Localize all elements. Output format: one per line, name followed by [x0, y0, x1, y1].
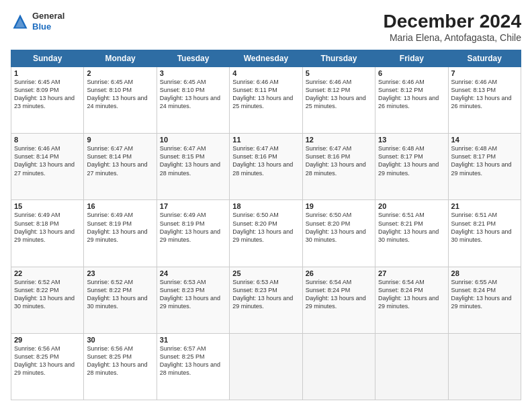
day-number: 1 — [14, 69, 81, 77]
calendar-cell: 19Sunrise: 6:50 AMSunset: 8:20 PMDayligh… — [302, 200, 375, 267]
day-info: Sunrise: 6:49 AMSunset: 8:19 PMDaylight:… — [87, 211, 153, 244]
calendar-cell: 31Sunrise: 6:57 AMSunset: 8:25 PMDayligh… — [157, 333, 229, 400]
day-info: Sunrise: 6:54 AMSunset: 8:24 PMDaylight:… — [378, 278, 445, 311]
calendar-cell: 3Sunrise: 6:45 AMSunset: 8:10 PMDaylight… — [157, 67, 229, 134]
day-info: Sunrise: 6:48 AMSunset: 8:17 PMDaylight:… — [378, 144, 445, 177]
calendar-cell: 7Sunrise: 6:46 AMSunset: 8:13 PMDaylight… — [448, 67, 521, 134]
calendar-cell: 26Sunrise: 6:54 AMSunset: 8:24 PMDayligh… — [302, 267, 375, 333]
calendar-cell: 14Sunrise: 6:48 AMSunset: 8:17 PMDayligh… — [448, 134, 521, 200]
calendar-cell: 28Sunrise: 6:55 AMSunset: 8:24 PMDayligh… — [448, 267, 521, 333]
day-number: 9 — [87, 136, 153, 144]
day-info: Sunrise: 6:47 AMSunset: 8:16 PMDaylight:… — [232, 144, 299, 177]
day-info: Sunrise: 6:45 AMSunset: 8:09 PMDaylight:… — [14, 78, 81, 111]
weekday-header: Saturday — [448, 50, 521, 67]
day-number: 8 — [14, 136, 81, 144]
title-area: December 2024 Maria Elena, Antofagasta, … — [384, 11, 521, 43]
day-number: 3 — [160, 69, 226, 77]
day-number: 2 — [87, 69, 153, 77]
day-number: 16 — [87, 202, 153, 210]
weekday-header: Friday — [375, 50, 448, 67]
calendar-cell: 20Sunrise: 6:51 AMSunset: 8:21 PMDayligh… — [375, 200, 448, 267]
day-number: 14 — [451, 136, 518, 144]
day-info: Sunrise: 6:55 AMSunset: 8:24 PMDaylight:… — [451, 278, 518, 311]
day-info: Sunrise: 6:53 AMSunset: 8:23 PMDaylight:… — [232, 278, 299, 311]
day-number: 10 — [160, 136, 226, 144]
weekday-header: Monday — [84, 50, 157, 67]
weekday-header: Wednesday — [230, 50, 302, 67]
calendar-cell: 17Sunrise: 6:49 AMSunset: 8:19 PMDayligh… — [157, 200, 229, 267]
day-info: Sunrise: 6:48 AMSunset: 8:17 PMDaylight:… — [451, 144, 518, 177]
calendar-cell: 11Sunrise: 6:47 AMSunset: 8:16 PMDayligh… — [230, 134, 302, 200]
day-info: Sunrise: 6:51 AMSunset: 8:21 PMDaylight:… — [378, 211, 445, 244]
calendar-cell — [448, 333, 521, 400]
day-number: 15 — [14, 202, 81, 210]
day-info: Sunrise: 6:49 AMSunset: 8:18 PMDaylight:… — [14, 211, 81, 244]
day-number: 23 — [87, 269, 153, 277]
day-number: 29 — [14, 336, 81, 344]
day-number: 17 — [160, 202, 226, 210]
calendar-cell: 21Sunrise: 6:51 AMSunset: 8:21 PMDayligh… — [448, 200, 521, 267]
day-number: 19 — [306, 202, 372, 210]
day-info: Sunrise: 6:52 AMSunset: 8:22 PMDaylight:… — [87, 278, 153, 311]
day-info: Sunrise: 6:47 AMSunset: 8:16 PMDaylight:… — [306, 144, 372, 177]
day-number: 20 — [378, 202, 445, 210]
header: General Blue December 2024 Maria Elena, … — [11, 11, 521, 43]
logo-text: General Blue — [32, 11, 64, 32]
calendar-cell: 18Sunrise: 6:50 AMSunset: 8:20 PMDayligh… — [230, 200, 302, 267]
day-number: 26 — [306, 269, 372, 277]
calendar-cell: 16Sunrise: 6:49 AMSunset: 8:19 PMDayligh… — [84, 200, 157, 267]
day-info: Sunrise: 6:47 AMSunset: 8:15 PMDaylight:… — [160, 144, 226, 177]
calendar-cell: 4Sunrise: 6:46 AMSunset: 8:11 PMDaylight… — [230, 67, 302, 134]
day-number: 11 — [232, 136, 299, 144]
day-number: 28 — [451, 269, 518, 277]
calendar-title: December 2024 — [384, 11, 521, 32]
day-info: Sunrise: 6:54 AMSunset: 8:24 PMDaylight:… — [306, 278, 372, 311]
day-info: Sunrise: 6:50 AMSunset: 8:20 PMDaylight:… — [306, 211, 372, 244]
calendar-cell: 6Sunrise: 6:46 AMSunset: 8:12 PMDaylight… — [375, 67, 448, 134]
day-number: 31 — [160, 336, 226, 344]
calendar-subtitle: Maria Elena, Antofagasta, Chile — [384, 32, 521, 43]
day-number: 25 — [232, 269, 299, 277]
day-info: Sunrise: 6:51 AMSunset: 8:21 PMDaylight:… — [451, 211, 518, 244]
day-info: Sunrise: 6:46 AMSunset: 8:11 PMDaylight:… — [232, 78, 299, 111]
day-info: Sunrise: 6:52 AMSunset: 8:22 PMDaylight:… — [14, 278, 81, 311]
day-number: 30 — [87, 336, 153, 344]
calendar-cell: 24Sunrise: 6:53 AMSunset: 8:23 PMDayligh… — [157, 267, 229, 333]
calendar-cell: 15Sunrise: 6:49 AMSunset: 8:18 PMDayligh… — [11, 200, 84, 267]
calendar-cell: 2Sunrise: 6:45 AMSunset: 8:10 PMDaylight… — [84, 67, 157, 134]
weekday-header: Thursday — [302, 50, 375, 67]
day-number: 13 — [378, 136, 445, 144]
day-number: 21 — [451, 202, 518, 210]
logo-icon — [11, 12, 30, 31]
calendar-cell: 13Sunrise: 6:48 AMSunset: 8:17 PMDayligh… — [375, 134, 448, 200]
calendar-cell: 12Sunrise: 6:47 AMSunset: 8:16 PMDayligh… — [302, 134, 375, 200]
day-info: Sunrise: 6:46 AMSunset: 8:13 PMDaylight:… — [451, 78, 518, 111]
calendar-cell: 5Sunrise: 6:46 AMSunset: 8:12 PMDaylight… — [302, 67, 375, 134]
logo-general-text: General — [32, 11, 64, 21]
day-info: Sunrise: 6:45 AMSunset: 8:10 PMDaylight:… — [160, 78, 226, 111]
day-number: 24 — [160, 269, 226, 277]
calendar-cell: 29Sunrise: 6:56 AMSunset: 8:25 PMDayligh… — [11, 333, 84, 400]
day-info: Sunrise: 6:45 AMSunset: 8:10 PMDaylight:… — [87, 78, 153, 111]
weekday-header: Sunday — [11, 50, 84, 67]
day-info: Sunrise: 6:53 AMSunset: 8:23 PMDaylight:… — [160, 278, 226, 311]
calendar-cell: 25Sunrise: 6:53 AMSunset: 8:23 PMDayligh… — [230, 267, 302, 333]
day-info: Sunrise: 6:56 AMSunset: 8:25 PMDaylight:… — [14, 345, 81, 377]
logo: General Blue — [11, 11, 64, 32]
calendar-cell: 23Sunrise: 6:52 AMSunset: 8:22 PMDayligh… — [84, 267, 157, 333]
calendar-cell: 22Sunrise: 6:52 AMSunset: 8:22 PMDayligh… — [11, 267, 84, 333]
day-info: Sunrise: 6:46 AMSunset: 8:12 PMDaylight:… — [378, 78, 445, 111]
calendar-cell: 30Sunrise: 6:56 AMSunset: 8:25 PMDayligh… — [84, 333, 157, 400]
day-number: 22 — [14, 269, 81, 277]
day-info: Sunrise: 6:46 AMSunset: 8:12 PMDaylight:… — [306, 78, 372, 111]
day-info: Sunrise: 6:57 AMSunset: 8:25 PMDaylight:… — [160, 345, 226, 377]
calendar-cell — [230, 333, 302, 400]
logo-blue-text: Blue — [32, 21, 64, 32]
day-info: Sunrise: 6:56 AMSunset: 8:25 PMDaylight:… — [87, 345, 153, 377]
day-number: 12 — [306, 136, 372, 144]
calendar-table: SundayMondayTuesdayWednesdayThursdayFrid… — [11, 50, 521, 400]
calendar-cell: 27Sunrise: 6:54 AMSunset: 8:24 PMDayligh… — [375, 267, 448, 333]
day-info: Sunrise: 6:46 AMSunset: 8:14 PMDaylight:… — [14, 144, 81, 177]
weekday-header: Tuesday — [157, 50, 229, 67]
day-number: 27 — [378, 269, 445, 277]
